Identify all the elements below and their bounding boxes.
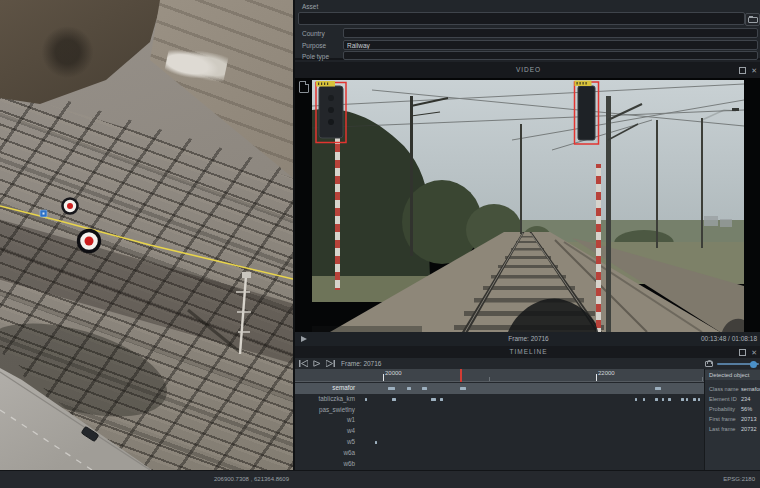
map-asset-marker-small[interactable] [63, 199, 78, 214]
timeline-detection-mark [388, 387, 395, 390]
aerial-map[interactable] [0, 0, 293, 470]
map-asset-marker-large[interactable] [79, 231, 100, 252]
ruler-label: 20000 [385, 370, 402, 376]
detected-object-field-value: 20732 [741, 424, 757, 434]
lock-icon[interactable] [705, 360, 712, 367]
timeline-row-tabliczka_km[interactable]: tabliczka_km [295, 394, 704, 405]
timeline-detection-mark [407, 387, 411, 390]
semaphore-lens [328, 107, 334, 113]
timeline-row-w6b[interactable]: w6b [295, 459, 704, 470]
step-forward-button[interactable] [326, 360, 335, 367]
video-frame [312, 80, 744, 332]
ruler-tick [596, 374, 597, 381]
purpose-label: Purpose [302, 42, 326, 49]
road-lane-line [0, 410, 92, 470]
timeline-row-w5[interactable]: w5 [295, 437, 704, 448]
semaphore-pole-striped [335, 138, 340, 290]
map-car [81, 426, 99, 441]
snapshot-icon[interactable] [299, 81, 309, 93]
timeline-detection-mark [655, 387, 661, 390]
detected-object-field-label: Probability [709, 404, 735, 414]
timeline-row-label[interactable]: pas_swietlny [295, 405, 355, 416]
asset-label: Asset [302, 3, 318, 10]
timeline-panel-title: TIMELINE [510, 348, 548, 355]
timeline-row-label[interactable]: semafor [295, 383, 355, 394]
right-column: Asset Country Purpose Pole type VIDEO ✕ [293, 0, 760, 470]
detected-object-field-value: 56% [741, 404, 752, 414]
detected-object-field-value: 234 [741, 394, 750, 404]
timeline-row-w1[interactable]: w1 [295, 415, 704, 426]
distant-building [720, 219, 732, 227]
purpose-input[interactable] [343, 40, 758, 50]
timeline-detection-mark [698, 398, 700, 401]
slider-handle[interactable] [750, 361, 757, 368]
video-panel-header: VIDEO ✕ [295, 62, 760, 78]
status-bar: 206900.7308 , 621364.8609 EPSG:2180 [0, 470, 760, 488]
maximize-icon[interactable] [739, 349, 746, 356]
map-coordinates: 206900.7308 , 621364.8609 [0, 471, 291, 488]
asset-browse-button[interactable] [745, 13, 760, 26]
video-body [295, 78, 760, 332]
detected-object-field-label: First frame [709, 414, 736, 424]
timeline-ruler[interactable]: 2000022000 [295, 369, 704, 382]
map-overlay [0, 0, 293, 470]
close-icon[interactable]: ✕ [751, 349, 758, 356]
pole-type-label: Pole type [302, 53, 329, 60]
timeline-row-label[interactable]: w1 [295, 415, 355, 426]
detected-object-field-label: Class name [709, 384, 739, 394]
timeline-panel-header: TIMELINE ✕ [295, 346, 760, 358]
ruler-tick [383, 374, 384, 381]
play-button[interactable] [313, 360, 321, 367]
detected-object-row: Probability56% [705, 404, 760, 414]
timeline-zoom-slider[interactable] [717, 363, 759, 365]
timeline-detection-mark [431, 398, 436, 401]
detected-object-field-value: 20713 [741, 414, 757, 424]
timeline-row-label[interactable]: w6a [295, 448, 355, 459]
detected-object-row: Class namesemafor [705, 384, 760, 394]
timeline-detection-mark [440, 398, 443, 401]
timeline-panel: TIMELINE ✕ Frame: 20716 [295, 346, 760, 470]
road-edge-line [0, 372, 150, 470]
timeline-playhead[interactable] [460, 369, 462, 382]
distant-building [704, 216, 718, 226]
asset-input[interactable] [298, 12, 745, 25]
catenary-pole [656, 120, 658, 248]
timeline-row-label[interactable]: w4 [295, 426, 355, 437]
close-icon[interactable]: ✕ [751, 67, 758, 74]
video-panel-title: VIDEO [516, 66, 541, 73]
detected-object-row: Element ID234 [705, 394, 760, 404]
timeline-row-label[interactable]: tabliczka_km [295, 394, 355, 405]
video-time-label: 00:13:48 / 01:08:18 [701, 332, 757, 346]
maximize-icon[interactable] [739, 67, 746, 74]
country-input[interactable] [343, 28, 758, 38]
asset-form: Asset Country Purpose Pole type [295, 0, 760, 60]
timeline-detection-mark [635, 398, 637, 401]
detected-object-rows: Class namesemaforElement ID234Probabilit… [705, 384, 760, 434]
timeline-row-w4[interactable]: w4 [295, 426, 704, 437]
signal-mast [606, 96, 611, 332]
detection-tag [316, 81, 335, 87]
detection-tag [575, 81, 592, 87]
timeline-detection-mark [365, 398, 367, 401]
timeline-detection-mark [668, 398, 671, 401]
timeline-detection-mark [375, 441, 377, 444]
map-position-marker[interactable] [40, 210, 47, 217]
timeline-row-w6a[interactable]: w6a [295, 448, 704, 459]
timeline-detection-mark [460, 387, 466, 390]
catenary-pole [410, 96, 413, 256]
pole-type-input[interactable] [343, 51, 758, 60]
detected-object-row: Last frame20732 [705, 424, 760, 434]
semaphore-head [578, 86, 595, 140]
timeline-detection-mark [655, 398, 658, 401]
timeline-detection-mark [422, 387, 427, 390]
timeline-row-semafor[interactable]: semafor [295, 383, 704, 394]
timeline-detection-mark [643, 398, 645, 401]
catenary-pole [520, 124, 522, 234]
timeline-row-label[interactable]: w6b [295, 459, 355, 470]
timeline-row-label[interactable]: w5 [295, 437, 355, 448]
timeline-row-pas_swietlny[interactable]: pas_swietlny [295, 405, 704, 416]
timeline-frame-label: Frame: 20716 [341, 358, 381, 369]
step-back-button[interactable] [299, 360, 308, 367]
app-window: Asset Country Purpose Pole type VIDEO ✕ [0, 0, 760, 488]
timeline-detection-mark [681, 398, 684, 401]
